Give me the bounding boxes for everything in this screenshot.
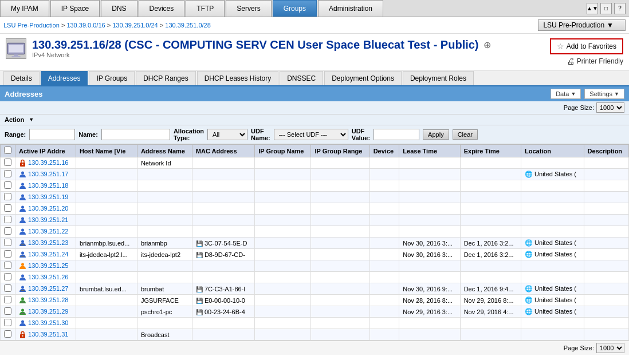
row-ip-8[interactable]: 130.39.251.24 xyxy=(15,249,76,260)
env-selector[interactable]: LSU Pre-Production ▼ xyxy=(538,19,626,31)
nav-tab-ipspace[interactable]: IP Space xyxy=(50,0,100,17)
row-checkbox-15[interactable] xyxy=(1,329,15,341)
page-size-select[interactable]: 1000 500 200 100 xyxy=(596,102,624,113)
row-checkbox-7[interactable] xyxy=(1,238,15,249)
tab-deployment-options[interactable]: Deployment Options xyxy=(324,71,402,85)
row-ip-9[interactable]: 130.39.251.25 xyxy=(15,260,76,272)
ip-link-10[interactable]: 130.39.251.26 xyxy=(28,274,68,280)
tab-deployment-roles[interactable]: Deployment Roles xyxy=(403,71,474,85)
tab-dhcp-leases-history[interactable]: DHCP Leases History xyxy=(197,71,278,85)
breadcrumb-network1[interactable]: 130.39.0.0/16 xyxy=(66,22,105,29)
row-ip-14[interactable]: 130.39.251.30 xyxy=(15,318,76,329)
nav-tab-servers[interactable]: Servers xyxy=(226,0,271,17)
range-input[interactable] xyxy=(29,129,75,140)
nav-tab-devices[interactable]: Devices xyxy=(139,0,185,17)
ip-link-8[interactable]: 130.39.251.24 xyxy=(28,251,68,258)
breadcrumb-network3[interactable]: 130.39.251.0/28 xyxy=(165,22,211,29)
row-ip-4[interactable]: 130.39.251.20 xyxy=(15,203,76,215)
nav-icon-up[interactable]: ▲▼ xyxy=(587,3,598,14)
ip-link-4[interactable]: 130.39.251.20 xyxy=(28,205,68,212)
ip-link-13[interactable]: 130.39.251.29 xyxy=(28,308,68,315)
row-checkbox-11[interactable] xyxy=(1,283,15,295)
nav-icon-help[interactable]: ? xyxy=(614,3,626,14)
row-ip-10[interactable]: 130.39.251.26 xyxy=(15,272,76,283)
row-ip-1[interactable]: 130.39.251.17 xyxy=(15,169,76,180)
row-location-0 xyxy=(521,157,584,169)
row-ip-group-name-12 xyxy=(255,295,311,306)
data-button[interactable]: Data ▼ xyxy=(551,89,581,99)
svg-point-19 xyxy=(21,286,24,289)
printer-friendly-button[interactable]: 🖨 Printer Friendly xyxy=(567,57,623,66)
row-ip-13[interactable]: 130.39.251.29 xyxy=(15,306,76,318)
row-checkbox-0[interactable] xyxy=(1,157,15,169)
row-expire-3 xyxy=(460,192,521,203)
udf-value-input[interactable] xyxy=(374,129,419,140)
row-ip-12[interactable]: 130.39.251.28 xyxy=(15,295,76,306)
tab-dnssec[interactable]: DNSSEC xyxy=(280,71,323,85)
row-checkbox-2[interactable] xyxy=(1,180,15,192)
ip-link-2[interactable]: 130.39.251.18 xyxy=(28,182,68,189)
row-ip-6[interactable]: 130.39.251.22 xyxy=(15,226,76,238)
row-checkbox-14[interactable] xyxy=(1,318,15,329)
table-row: 130.39.251.26 xyxy=(1,272,629,283)
row-checkbox-5[interactable] xyxy=(1,215,15,226)
ip-link-1[interactable]: 130.39.251.17 xyxy=(28,171,68,177)
row-checkbox-12[interactable] xyxy=(1,295,15,306)
row-description-12 xyxy=(584,295,628,306)
row-ip-5[interactable]: 130.39.251.21 xyxy=(15,215,76,226)
nav-icon-window[interactable]: □ xyxy=(600,3,612,14)
ip-link-15[interactable]: 130.39.251.31 xyxy=(28,331,68,338)
select-all-checkbox[interactable] xyxy=(4,147,11,154)
bottom-page-size-select[interactable]: 1000 500 200 100 xyxy=(596,343,624,353)
tab-addresses[interactable]: Addresses xyxy=(41,71,88,85)
breadcrumb: LSU Pre-Production > 130.39.0.0/16 > 130… xyxy=(3,22,211,29)
clear-button[interactable]: Clear xyxy=(453,129,478,140)
nav-tab-groups[interactable]: Groups xyxy=(273,0,317,17)
svg-rect-2 xyxy=(14,54,18,56)
row-checkbox-3[interactable] xyxy=(1,192,15,203)
breadcrumb-lsu[interactable]: LSU Pre-Production xyxy=(3,22,60,29)
nav-tab-dns[interactable]: DNS xyxy=(101,0,137,17)
table-row: 130.39.251.28 JGSURFACE 💾 E0-00-00-10-0 … xyxy=(1,295,629,306)
row-checkbox-6[interactable] xyxy=(1,226,15,238)
row-checkbox-10[interactable] xyxy=(1,272,15,283)
row-description-9 xyxy=(584,260,628,272)
page-icon xyxy=(6,38,26,59)
row-checkbox-8[interactable] xyxy=(1,249,15,260)
nav-tab-administration[interactable]: Administration xyxy=(318,0,383,17)
name-input[interactable] xyxy=(101,129,170,140)
row-ip-3[interactable]: 130.39.251.19 xyxy=(15,192,76,203)
tab-dhcp-ranges[interactable]: DHCP Ranges xyxy=(136,71,195,85)
row-ip-15[interactable]: 130.39.251.31 xyxy=(15,329,76,341)
ip-link-9[interactable]: 130.39.251.25 xyxy=(28,262,68,269)
apply-button[interactable]: Apply xyxy=(423,129,449,140)
ip-link-11[interactable]: 130.39.251.27 xyxy=(28,285,68,292)
row-ip-2[interactable]: 130.39.251.18 xyxy=(15,180,76,192)
tab-details[interactable]: Details xyxy=(3,71,40,85)
ip-link-6[interactable]: 130.39.251.22 xyxy=(28,228,68,235)
row-checkbox-9[interactable] xyxy=(1,260,15,272)
row-ip-0[interactable]: 130.39.251.16 xyxy=(15,157,76,169)
breadcrumb-network2[interactable]: 130.39.251.0/24 xyxy=(112,22,158,29)
row-ip-11[interactable]: 130.39.251.27 xyxy=(15,283,76,295)
nav-tab-tftp[interactable]: TFTP xyxy=(186,0,225,17)
ip-link-0[interactable]: 130.39.251.16 xyxy=(28,159,68,166)
ip-link-3[interactable]: 130.39.251.19 xyxy=(28,193,68,200)
ip-link-5[interactable]: 130.39.251.21 xyxy=(28,216,68,223)
row-checkbox-13[interactable] xyxy=(1,306,15,318)
ip-link-14[interactable]: 130.39.251.30 xyxy=(28,319,68,326)
row-checkbox-1[interactable] xyxy=(1,169,15,180)
row-ip-group-range-13 xyxy=(311,306,369,318)
settings-button[interactable]: Settings ▼ xyxy=(584,89,624,99)
add-to-favorites-button[interactable]: ☆ Add to Favorites xyxy=(550,38,623,54)
nav-tab-myipam[interactable]: My IPAM xyxy=(0,0,49,17)
row-checkbox-4[interactable] xyxy=(1,203,15,215)
allocation-type-select[interactable]: All xyxy=(207,129,247,140)
ip-link-12[interactable]: 130.39.251.28 xyxy=(28,296,68,303)
row-device-3 xyxy=(369,192,399,203)
data-dropdown-arrow: ▼ xyxy=(571,91,576,97)
ip-link-7[interactable]: 130.39.251.23 xyxy=(28,239,68,246)
udf-name-select[interactable]: --- Select UDF --- xyxy=(274,129,348,140)
tab-ip-groups[interactable]: IP Groups xyxy=(89,71,135,85)
row-ip-7[interactable]: 130.39.251.23 xyxy=(15,238,76,249)
